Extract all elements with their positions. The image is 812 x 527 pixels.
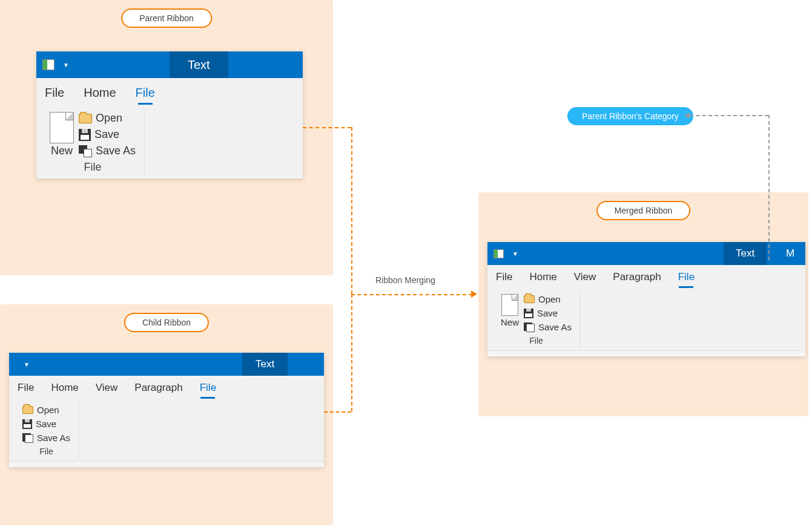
app-icon xyxy=(42,59,54,70)
child-ribbon-panel: Child Ribbon ▼ Text File Home View Parag… xyxy=(0,304,333,525)
open-button[interactable]: Open xyxy=(524,294,572,304)
tab-file-backstage[interactable]: File xyxy=(16,377,35,399)
child-ribbon-label: Child Ribbon xyxy=(124,313,209,332)
scroll-track[interactable] xyxy=(9,461,324,467)
connector-child-up xyxy=(351,294,352,411)
tab-file-active[interactable]: File xyxy=(677,266,696,288)
save-as-icon xyxy=(524,322,535,332)
ribbon-merging-label: Ribbon Merging xyxy=(375,275,435,285)
document-icon xyxy=(501,294,518,316)
tab-view[interactable]: View xyxy=(573,266,598,288)
merged-ribbon-window: ▼ Text M File Home View Paragraph File N… xyxy=(487,242,805,356)
open-button[interactable]: Open xyxy=(22,405,70,415)
arrow-callout-icon xyxy=(684,113,690,119)
save-as-button[interactable]: Save As xyxy=(79,145,136,157)
child-tab-strip: File Home View Paragraph File xyxy=(9,376,324,400)
child-title-bar: ▼ Text xyxy=(9,353,324,376)
arrow-to-merged-icon xyxy=(471,290,477,298)
folder-icon xyxy=(79,114,92,123)
child-ribbon-window: ▼ Text File Home View Paragraph File Ope… xyxy=(9,353,324,467)
save-as-button-label: Save As xyxy=(37,433,70,443)
child-group-caption: File xyxy=(39,447,53,456)
new-button-label: New xyxy=(501,317,519,327)
parent-group-caption: File xyxy=(84,161,102,174)
merged-ribbon-label: Merged Ribbon xyxy=(596,201,691,220)
save-as-icon xyxy=(79,145,92,157)
open-button-label: Open xyxy=(538,294,561,304)
save-as-button-label: Save As xyxy=(96,145,136,157)
save-icon xyxy=(524,309,533,318)
merged-context-tab-text[interactable]: Text xyxy=(724,242,767,265)
merged-ribbon-content: New Open Save Save As xyxy=(487,289,805,350)
tab-file-active[interactable]: File xyxy=(199,377,217,399)
app-icon xyxy=(493,249,504,258)
parent-ribbon-panel: Parent Ribbon ▼ Text File Home File New xyxy=(0,0,333,275)
tab-home[interactable]: Home xyxy=(528,266,558,288)
open-button-label: Open xyxy=(37,405,59,415)
connector-parent-down xyxy=(351,127,352,294)
tab-file-backstage[interactable]: File xyxy=(495,266,513,288)
merged-file-group: New Open Save Save As xyxy=(492,292,581,348)
folder-icon xyxy=(524,295,535,303)
parent-ribbon-label: Parent Ribbon xyxy=(121,8,212,28)
tab-home[interactable]: Home xyxy=(82,81,117,105)
merged-context-tab-cut[interactable]: M xyxy=(775,242,805,265)
parent-tab-strip: File Home File xyxy=(36,78,303,107)
connector-child xyxy=(324,411,351,413)
merged-tab-strip: File Home View Paragraph File xyxy=(487,265,805,289)
qa-dropdown-icon[interactable]: ▼ xyxy=(63,62,69,68)
tab-paragraph[interactable]: Paragraph xyxy=(612,266,662,288)
save-as-button[interactable]: Save As xyxy=(524,322,572,332)
connector-callout-v xyxy=(768,115,770,260)
merged-group-caption: File xyxy=(529,336,543,345)
save-button-label: Save xyxy=(94,128,119,141)
folder-icon xyxy=(22,406,33,414)
save-icon xyxy=(79,129,91,141)
scroll-track[interactable] xyxy=(487,350,805,356)
save-button[interactable]: Save xyxy=(79,128,136,141)
connector-parent xyxy=(303,127,351,128)
tab-file-backstage[interactable]: File xyxy=(44,81,65,105)
child-file-group: Open Save Save As File xyxy=(14,402,79,459)
qa-dropdown-icon[interactable]: ▼ xyxy=(24,361,30,368)
child-context-tab[interactable]: Text xyxy=(242,353,288,376)
save-as-button[interactable]: Save As xyxy=(22,433,70,443)
callout-parent-category: Parent Ribbon's Category xyxy=(567,107,693,125)
new-button-label: New xyxy=(51,145,73,157)
save-button[interactable]: Save xyxy=(524,308,572,318)
open-button-label: Open xyxy=(96,112,122,125)
save-button[interactable]: Save xyxy=(22,419,70,429)
tab-file-active[interactable]: File xyxy=(134,81,156,105)
document-icon xyxy=(50,112,74,143)
parent-title-bar: ▼ Text xyxy=(36,51,303,78)
save-icon xyxy=(22,419,32,429)
merged-title-bar: ▼ Text M xyxy=(487,242,805,265)
parent-context-tab[interactable]: Text xyxy=(170,51,228,78)
tab-home[interactable]: Home xyxy=(50,377,79,399)
qa-dropdown-icon[interactable]: ▼ xyxy=(512,250,518,257)
open-button[interactable]: Open xyxy=(79,112,136,125)
connector-callout-h xyxy=(690,115,768,116)
new-button[interactable]: New xyxy=(501,294,519,327)
parent-file-group: New Open Save Save As xyxy=(41,110,145,176)
save-button-label: Save xyxy=(36,419,56,429)
parent-ribbon-window: ▼ Text File Home File New Open xyxy=(36,51,303,178)
connector-to-merged xyxy=(351,294,472,295)
save-as-button-label: Save As xyxy=(538,322,572,332)
parent-ribbon-content: New Open Save Save As xyxy=(36,107,303,178)
tab-paragraph[interactable]: Paragraph xyxy=(133,377,183,399)
child-ribbon-content: Open Save Save As File xyxy=(9,400,324,461)
tab-view[interactable]: View xyxy=(94,377,119,399)
merged-ribbon-panel: Merged Ribbon ▼ Text M File Home View Pa… xyxy=(478,192,808,416)
save-button-label: Save xyxy=(537,308,558,318)
save-as-icon xyxy=(22,433,33,443)
new-button[interactable]: New xyxy=(50,112,74,157)
